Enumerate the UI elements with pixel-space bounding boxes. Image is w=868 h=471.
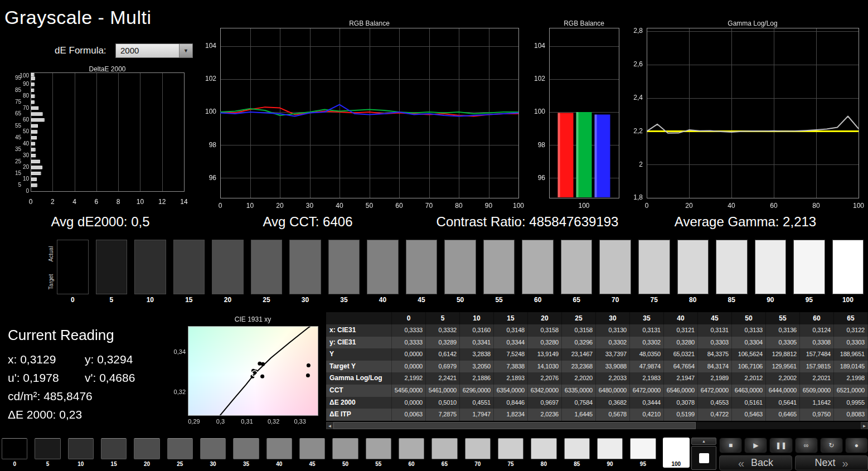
grayscale-swatch-35: 35 — [328, 240, 360, 304]
next-button[interactable]: Next » — [795, 455, 868, 470]
continuous-button[interactable]: ∞ — [795, 438, 818, 453]
stat-contrast-ratio: Contrast Ratio: 485847639193 — [405, 214, 650, 230]
cie-chart-title: CIE 1931 xy — [188, 315, 318, 323]
swatch-fill — [251, 240, 283, 294]
scroll-right-button[interactable]: ► — [861, 422, 868, 429]
table-cell: 0,3121 — [664, 324, 698, 337]
patch-button-5[interactable]: 5 — [34, 438, 61, 468]
white-patch-icon — [699, 453, 709, 463]
swatch-fill — [57, 240, 89, 294]
swatch-fill — [444, 240, 476, 294]
grayscale-swatch-95: 95 — [793, 240, 825, 304]
patch-button-55[interactable]: 55 — [365, 438, 392, 468]
stop-button[interactable]: ■ — [719, 438, 742, 453]
current-reading-heading: Current Reading — [8, 327, 175, 344]
swatch-fill — [289, 240, 321, 294]
patch-button-15[interactable]: 15 — [100, 438, 127, 468]
reading-xy-row: x: 0,3129 y: 0,3294 — [8, 353, 175, 366]
loop-button[interactable]: ↻ — [820, 438, 843, 453]
de-formula-dropdown[interactable]: 2000 ▼ — [115, 43, 193, 58]
patch-button-95[interactable]: 95 — [629, 438, 656, 468]
table-cell: 0,5463 — [732, 409, 766, 421]
patch-button-25[interactable]: 25 — [167, 438, 193, 468]
swatch-label: 45 — [406, 296, 438, 304]
table-cell: 1,6445 — [562, 409, 596, 421]
table-cell: 2,1886 — [460, 372, 494, 385]
grayscale-swatch-60: 60 — [522, 240, 554, 304]
table-cell: 129,9561 — [766, 361, 800, 373]
swatch-fill — [483, 240, 515, 294]
swatch-fill — [755, 240, 787, 294]
rgb-bar-chart-title: RGB Balance — [549, 20, 619, 27]
table-cell: 5461,0000 — [426, 385, 460, 397]
patch-button-100[interactable]: 100 — [663, 438, 690, 468]
grayscale-swatch-45: 45 — [406, 240, 438, 304]
patch-button-70[interactable]: 70 — [464, 438, 491, 468]
patch-label: 25 — [167, 460, 193, 468]
target-row-label-wrap: Target — [47, 268, 55, 295]
table-cell: 0,5161 — [732, 397, 766, 409]
patch-button-30[interactable]: 30 — [200, 438, 226, 468]
scroll-left-button[interactable]: ◄ — [326, 422, 333, 429]
patch-button-0[interactable]: 0 — [1, 438, 28, 468]
patch-button-80[interactable]: 80 — [530, 438, 557, 468]
table-cell: 3,2050 — [460, 361, 494, 373]
patch-button-20[interactable]: 20 — [133, 438, 160, 468]
patch-swatch — [366, 438, 391, 459]
swatch-label: 35 — [328, 296, 360, 304]
table-row-label: Target Y — [326, 361, 392, 373]
patch-button-40[interactable]: 40 — [266, 438, 293, 468]
table-col-header: 30 — [596, 312, 630, 324]
scrollbar-track[interactable] — [333, 422, 861, 429]
table-cell: 2,2033 — [596, 372, 630, 385]
table-cell: 0,3344 — [494, 337, 528, 349]
table-col-header: 25 — [562, 312, 596, 324]
patch-button-50[interactable]: 50 — [332, 438, 358, 468]
patch-swatch — [35, 438, 60, 459]
patch-preview-button[interactable] — [691, 446, 716, 470]
loop-icon: ↻ — [828, 441, 834, 449]
table-cell: 6480,0000 — [596, 385, 630, 397]
patch-button-65[interactable]: 65 — [431, 438, 458, 468]
table-cell: 0,9955 — [834, 397, 868, 409]
scroll-right-icon: ► — [862, 424, 867, 429]
patch-button-10[interactable]: 10 — [67, 438, 94, 468]
table-row-label: y: CIE31 — [326, 337, 392, 349]
table-cell: 2,2020 — [562, 372, 596, 385]
play-button[interactable]: ▶ — [744, 438, 767, 453]
grayscale-swatch-0: 0 — [57, 240, 89, 304]
swatch-fill — [96, 240, 128, 294]
table-cell: 64,7654 — [664, 361, 698, 373]
swatch-fill — [677, 240, 709, 294]
back-button[interactable]: « Back — [719, 455, 792, 470]
app-window: Grayscale - Multi dE Formula: 2000 ▼ Del… — [0, 0, 868, 471]
patch-label: 45 — [299, 460, 325, 468]
scrollbar-thumb[interactable] — [333, 422, 696, 429]
table-row-label: CCT — [326, 385, 392, 397]
table-cell: 0,3289 — [426, 337, 460, 349]
swatch-label: 80 — [677, 296, 709, 304]
table-cell: 0,3305 — [766, 337, 800, 349]
pause-button[interactable]: ❚❚ — [769, 438, 792, 453]
table-cell: 0,3131 — [630, 324, 664, 337]
patch-button-45[interactable]: 45 — [299, 438, 326, 468]
patch-button-75[interactable]: 75 — [497, 438, 524, 468]
table-cell: 0,3308 — [800, 337, 834, 349]
table-row-label: Gamma Log/Log — [326, 372, 392, 385]
table-cell: 2,2021 — [800, 372, 834, 385]
swatch-fill — [638, 240, 670, 294]
patch-scroll-up-button[interactable]: ▲ — [691, 438, 716, 445]
patch-button-90[interactable]: 90 — [597, 438, 623, 468]
swatch-label: 50 — [444, 296, 476, 304]
reading-luminance: cd/m²: 485,8476 — [8, 390, 93, 403]
record-button[interactable]: ● — [845, 438, 868, 453]
patch-button-85[interactable]: 85 — [564, 438, 590, 468]
patch-button-60[interactable]: 60 — [398, 438, 425, 468]
swatch-fill — [173, 240, 205, 294]
table-cell: 6342,0000 — [528, 385, 562, 397]
patch-swatch — [266, 438, 292, 459]
patch-button-35[interactable]: 35 — [232, 438, 259, 468]
swatch-fill — [832, 240, 864, 294]
table-cell: 0,3302 — [630, 337, 664, 349]
table-cell: 0,3131 — [698, 324, 732, 337]
